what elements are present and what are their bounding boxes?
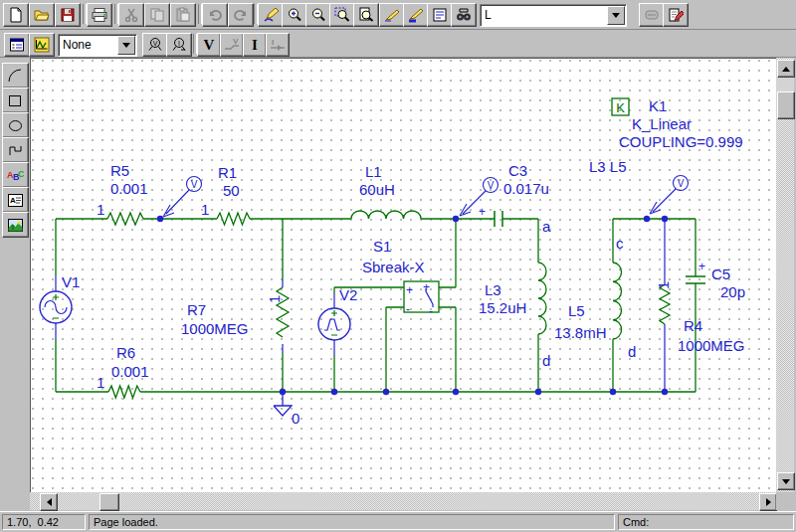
value-label[interactable]: Sbreak-X [362, 259, 425, 275]
ref-label[interactable]: L5 [568, 302, 585, 319]
value-label[interactable]: 20p [720, 283, 745, 300]
horizontal-scrollbar[interactable] [30, 492, 776, 510]
value-label[interactable]: 0.001 [111, 363, 149, 380]
show-current-selected-button[interactable]: I [266, 33, 290, 57]
current-marker-button[interactable]: I [166, 33, 192, 57]
part-name-combo[interactable]: L [480, 4, 627, 27]
setup-analysis-button[interactable] [4, 33, 30, 57]
ref-label[interactable]: R1 [218, 164, 237, 181]
combo-dropdown-button[interactable] [607, 6, 625, 25]
voltage-viewpoint[interactable]: V [650, 176, 689, 215]
paste-button[interactable] [170, 3, 196, 27]
zoom-area-button[interactable] [329, 3, 355, 27]
ground-symbol[interactable]: 0 [274, 392, 299, 427]
value-label[interactable]: 60uH [359, 181, 395, 198]
display-results-combo[interactable]: None [58, 34, 137, 57]
insert-picture-button[interactable] [2, 212, 29, 238]
save-button[interactable] [55, 3, 81, 27]
coupled-inductors-label[interactable]: L3 L5 [589, 158, 627, 175]
value-label[interactable]: 0.017u [503, 180, 549, 197]
scroll-up-button[interactable] [777, 60, 795, 78]
zoom-out-button[interactable] [305, 3, 331, 27]
redraw-button[interactable] [258, 3, 284, 27]
ref-label[interactable]: R5 [110, 162, 129, 179]
place-text-button[interactable]: A B C [2, 162, 29, 188]
enable-bias-current-button[interactable]: I [243, 33, 267, 57]
value-label[interactable]: 1000MEG [678, 337, 745, 354]
component-L5[interactable]: L5 13.8mH [554, 263, 622, 341]
redo-button[interactable] [228, 3, 254, 27]
get-new-part-button[interactable] [451, 3, 477, 27]
place-text-box-button[interactable]: A [2, 187, 29, 213]
draw-circle-button[interactable] [2, 112, 29, 138]
component-C3[interactable]: C3 0.017u + [479, 162, 549, 227]
value-label[interactable]: 1000MEG [181, 320, 249, 337]
node-label-d[interactable]: d [542, 352, 550, 369]
horizontal-scroll-thumb[interactable] [100, 493, 119, 511]
draw-block-button[interactable] [427, 3, 453, 27]
zoom-fit-page-button[interactable] [353, 3, 379, 27]
ref-label[interactable]: R7 [187, 301, 206, 318]
voltage-viewpoint-marker-button[interactable]: V [142, 33, 168, 57]
show-voltage-selected-button[interactable]: V [220, 33, 244, 57]
vertical-scroll-thumb[interactable] [777, 91, 795, 119]
print-button[interactable] [87, 3, 112, 27]
copy-button[interactable] [144, 3, 170, 27]
draw-wire-button[interactable] [379, 3, 405, 27]
value-label[interactable]: 0.001 [110, 180, 148, 197]
zoom-in-button[interactable] [282, 3, 307, 27]
new-button[interactable] [3, 3, 29, 27]
voltage-viewpoint[interactable]: V [163, 177, 202, 218]
ref-label[interactable]: R6 [116, 344, 135, 361]
undo-button[interactable] [202, 3, 228, 27]
value-label[interactable]: 50 [223, 182, 240, 199]
open-button[interactable] [29, 3, 55, 27]
node-label-a[interactable]: a [542, 218, 551, 235]
ref-label[interactable]: V2 [339, 286, 357, 303]
value-label[interactable]: 13.8mH [554, 324, 607, 341]
component-L3[interactable]: L3 15.2uH [479, 263, 546, 334]
get-recent-part-button[interactable] [639, 3, 665, 27]
draw-bus-button[interactable] [403, 3, 429, 27]
component-C5[interactable]: C5 20p + [686, 260, 745, 300]
component-R5[interactable]: R5 0.001 1 [97, 162, 148, 225]
component-R1[interactable]: R1 50 1 [201, 164, 250, 225]
edit-attributes-button[interactable] [663, 3, 689, 27]
coupling-label[interactable]: COUPLING=0.999 [619, 133, 743, 150]
ref-label[interactable]: L1 [365, 163, 382, 180]
scroll-left-button[interactable] [40, 493, 58, 511]
model-label[interactable]: K_Linear [632, 115, 692, 132]
draw-box-button[interactable] [2, 88, 29, 113]
schematic-canvas[interactable]: R5 0.001 1 R1 50 1 L1 60uH C3 0.017u + R… [30, 58, 776, 492]
component-V1[interactable]: V1 [40, 273, 80, 323]
ref-label[interactable]: L3 [485, 281, 501, 298]
component-R6[interactable]: R6 0.001 1 [97, 344, 149, 398]
cut-button[interactable] [118, 3, 144, 27]
node-label-c[interactable]: c [616, 235, 624, 252]
ref-label[interactable]: V1 [62, 273, 80, 290]
value-label[interactable]: 15.2uH [479, 299, 526, 316]
scrollbar-track[interactable] [776, 58, 794, 492]
draw-polyline-button[interactable] [2, 137, 29, 163]
ref-label[interactable]: R4 [684, 317, 702, 334]
scrollbar-track[interactable] [30, 492, 776, 510]
component-R7[interactable]: R7 1000MEG 1 [181, 287, 289, 337]
command-field[interactable]: Cmd: [618, 514, 794, 530]
node-label-d[interactable]: d [628, 343, 636, 360]
component-S1[interactable]: + + - - S1 Sbreak-X [362, 238, 439, 318]
ref-label[interactable]: K1 [649, 97, 667, 114]
ref-label[interactable]: S1 [373, 238, 391, 255]
component-L1[interactable]: L1 60uH [351, 163, 421, 219]
scroll-down-button[interactable] [777, 472, 795, 490]
draw-arc-button[interactable] [2, 63, 29, 89]
component-K1[interactable]: K K1 K_Linear COUPLING=0.999 L3 L5 [589, 97, 743, 175]
scroll-right-button[interactable] [759, 493, 777, 511]
vertical-scrollbar[interactable] [776, 58, 794, 492]
ref-label[interactable]: C3 [508, 162, 527, 179]
combo-dropdown-button[interactable] [117, 36, 135, 55]
component-V2[interactable]: V2 [318, 286, 357, 340]
enable-bias-voltage-button[interactable]: V [197, 33, 221, 57]
ground-label[interactable]: 0 [292, 410, 299, 427]
ref-label[interactable]: C5 [711, 266, 730, 282]
simulate-button[interactable] [29, 33, 55, 57]
